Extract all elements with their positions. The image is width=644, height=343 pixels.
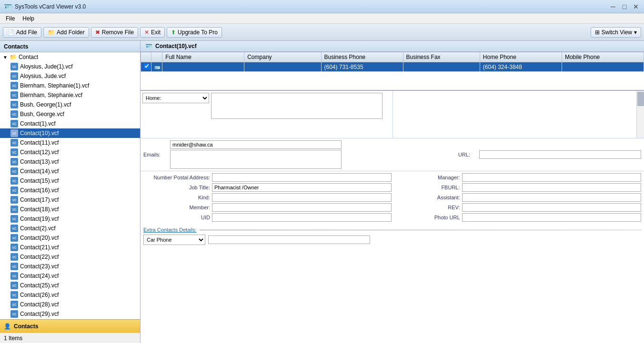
sidebar-item-11[interactable]: vc Contact(14).vcf [0,167,140,176]
sidebar-item-selected[interactable]: vc Contact(10).vcf [0,128,140,138]
fields-right: Manager: FBURL: Assistant: REV: [393,173,642,223]
sidebar-item-19[interactable]: vc Contact(21).vcf [0,243,140,252]
car-phone-input[interactable] [208,235,370,244]
col-company: Company [244,52,321,62]
tree-root-label: Contact [19,54,38,60]
rev-row: REV: [393,203,642,212]
manager-input[interactable] [462,173,642,182]
sidebar-item-17[interactable]: vc Contact(2).vcf [0,224,140,233]
vcf-icon: vc [10,167,18,175]
maximize-button[interactable]: □ [620,2,629,11]
sidebar-item-25[interactable]: vc Contact(28).vcf [0,300,140,309]
switch-view-button[interactable]: ⊞ Switch View ▾ [591,27,641,38]
assistant-input[interactable] [462,193,642,202]
row-company [244,62,321,72]
url-label: URL: [458,152,477,157]
menu-file[interactable]: File [2,14,19,23]
sidebar-item-label: Contact(15).vcf [20,177,59,184]
close-button[interactable]: ✕ [632,2,640,11]
sidebar-item-2[interactable]: vc Biernham, Stephanie(1).vcf [0,81,140,90]
member-input[interactable] [212,203,392,212]
sidebar-item-26[interactable]: vc Contact(29).vcf [0,309,140,319]
kind-row: Kind: [143,193,392,202]
content-area: 🪪 Contact(10).vcf Full Name Company Busi… [141,41,644,343]
sidebar-item-label: Contact(22).vcf [20,254,59,260]
sidebar-item-6[interactable]: vc Contact(1).vcf [0,119,140,128]
extra-row: Car Phone Home Phone Work Phone Mobile P… [143,235,641,245]
add-file-icon: 📄 [7,29,14,36]
kind-input[interactable] [212,193,392,202]
sidebar-item-label: Contact(20).vcf [20,235,59,241]
sidebar-item-9[interactable]: vc Contact(12).vcf [0,147,140,157]
manager-row: Manager: [393,173,642,182]
job-title-input[interactable] [212,183,392,192]
row-full-name [162,62,244,72]
address-textarea[interactable] [211,93,382,119]
sidebar-item-18[interactable]: vc Contact(20).vcf [0,233,140,243]
sidebar-item-1[interactable]: vc Aloysius, Jude.vcf [0,71,140,81]
upgrade-button[interactable]: ⬆ Upgrade To Pro [167,27,222,38]
sidebar-item-10[interactable]: vc Contact(13).vcf [0,157,140,167]
sidebar-item-label: Contact(13).vcf [20,158,59,165]
sidebar-item-15[interactable]: vc Contact(18).vcf [0,205,140,214]
row-business-fax [403,62,480,72]
sidebar-tree[interactable]: ▼ 📁 Contact vc Aloysius, Jude(1).vcf vc … [0,52,140,319]
minimize-button[interactable]: ─ [609,2,617,11]
menu-help[interactable]: Help [19,14,38,23]
sidebar-item-label: Contact(17).vcf [20,196,59,203]
add-file-button[interactable]: 📄 Add File [3,27,41,38]
number-postal-input[interactable] [212,173,392,182]
vcf-icon: vc [10,110,18,118]
app-title: SysTools vCard Viewer v3.0 [15,3,86,10]
sidebar-item-13[interactable]: vc Contact(16).vcf [0,186,140,195]
tree-root-contact[interactable]: ▼ 📁 Contact [0,52,140,62]
switch-view-icon: ⊞ [595,29,600,36]
sidebar-item-8[interactable]: vc Contact(11).vcf [0,138,140,147]
vcf-icon: vc [10,82,18,89]
sidebar-item-12[interactable]: vc Contact(15).vcf [0,176,140,186]
add-folder-button[interactable]: 📁 Add Folder [43,27,89,38]
table-area[interactable]: Full Name Company Business Phone Busines… [141,52,644,90]
photo-url-input[interactable] [462,213,642,222]
row-checkbox[interactable] [141,62,151,72]
sidebar-item-0[interactable]: vc Aloysius, Jude(1).vcf [0,62,140,71]
table-row[interactable]: 🪪 (604) 731-8535 (604) 324-3848 [141,62,644,72]
address-type-dropdown[interactable]: Home: [142,93,209,103]
assistant-label: Assistant: [393,195,460,200]
sidebar-item-label: Bush, George.vcf [20,111,64,118]
status-bar: 1 Items [0,333,140,343]
car-phone-dropdown[interactable]: Car Phone Home Phone Work Phone Mobile P… [143,235,205,245]
sidebar-item-23[interactable]: vc Contact(25).vcf [0,281,140,290]
vcf-table: Full Name Company Business Phone Busines… [141,52,644,72]
sidebar-item-22[interactable]: vc Contact(24).vcf [0,271,140,281]
vcf-icon: vc [10,72,18,80]
col-full-name: Full Name [162,52,244,62]
window-controls: ─ □ ✕ [609,2,640,11]
sidebar-item-16[interactable]: vc Contact(19).vcf [0,214,140,224]
remove-file-button[interactable]: ✖ Remove File [91,27,138,38]
exit-button[interactable]: ✕ Exit [140,27,165,38]
url-input[interactable] [479,150,641,159]
content-header-title: Contact(10).vcf [155,43,197,49]
uid-input[interactable] [212,213,392,222]
sidebar-item-24[interactable]: vc Contact(26).vcf [0,290,140,300]
sidebar-title: Contacts [4,43,28,50]
sidebar-item-3[interactable]: vc Biernham, Stephanie.vcf [0,90,140,100]
sidebar-item-label: Contact(21).vcf [20,244,59,251]
vcf-icon: vc [10,301,18,308]
rev-input[interactable] [462,203,642,212]
app-icon: 🪪 [4,3,12,10]
sidebar-item-label: Contact(24).vcf [20,273,59,279]
sidebar-item-14[interactable]: vc Contact(17).vcf [0,195,140,205]
col-mobile-phone: Mobile Phone [562,52,644,62]
email-input[interactable] [170,140,342,149]
sidebar-item-21[interactable]: vc Contact(23).vcf [0,262,140,271]
sidebar-item-4[interactable]: vc Bush, George(1).vcf [0,100,140,109]
sidebar-item-5[interactable]: vc Bush, George.vcf [0,109,140,119]
fburl-input[interactable] [462,183,642,192]
col-business-fax: Business Fax [403,52,480,62]
exit-icon: ✕ [144,29,149,36]
email-textarea[interactable] [170,150,342,169]
sidebar-item-20[interactable]: vc Contact(22).vcf [0,252,140,262]
vcf-icon: vc [10,244,18,251]
